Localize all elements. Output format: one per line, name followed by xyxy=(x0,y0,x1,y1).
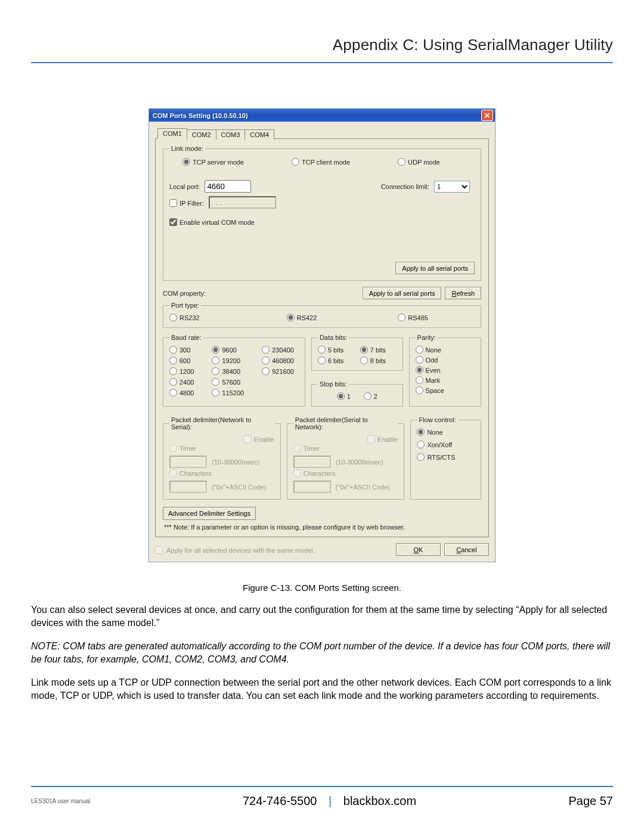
radio-baud-921600[interactable]: 921600 xyxy=(262,366,299,375)
radio-rs232[interactable]: RS232 xyxy=(169,312,200,321)
radio-udp[interactable]: UDP mode xyxy=(398,157,440,166)
footer-divider: | xyxy=(329,794,332,807)
page-footer: LES301A user manual 724-746-5500 | black… xyxy=(31,786,613,808)
ip-filter-check[interactable]: IP Filter: xyxy=(169,198,204,207)
conn-limit-label: Connection limit: xyxy=(381,183,429,190)
dialog-title: COM Ports Setting (10.0.50.10) xyxy=(153,112,248,119)
radio-baud-1200[interactable]: 1200 xyxy=(169,366,199,375)
conn-limit-select[interactable]: 1 xyxy=(434,181,470,193)
radio-flow-xonxoff[interactable]: Xon/Xoff xyxy=(417,439,475,448)
n2s-timer-hint: (10-30000msec) xyxy=(212,459,259,466)
radio-n2s-chars: Characters xyxy=(169,470,212,477)
delim-s2n-legend: Packet delimiter(Serial to Network): xyxy=(293,416,398,431)
data-bits-legend: Data bits: xyxy=(318,334,349,341)
paragraph-2-note: NOTE: COM tabs are generated automatical… xyxy=(31,640,613,665)
radio-s2n-timer: Timer xyxy=(293,445,320,452)
radio-baud-38400[interactable]: 38400 xyxy=(212,366,249,375)
s2n-timer-hint: (10-30000msec) xyxy=(336,459,383,466)
radio-parity-space[interactable]: Space xyxy=(416,385,475,394)
tab-com2[interactable]: COM2 xyxy=(187,129,216,140)
com-property-label: COM property: xyxy=(163,290,363,297)
baud-legend: Baud rate: xyxy=(169,334,203,341)
radio-parity-even[interactable]: Even xyxy=(416,365,475,374)
apply-all-ports-button-2[interactable]: Apply to all serial ports xyxy=(363,287,442,299)
n2s-chars-input xyxy=(169,481,207,493)
page-title: Appendix C: Using SerialManager Utility xyxy=(31,36,613,63)
close-icon[interactable]: ✕ xyxy=(481,110,493,121)
radio-baud-300[interactable]: 300 xyxy=(169,345,199,354)
radio-rs485[interactable]: RS485 xyxy=(398,312,428,321)
missing-param-note: *** Note: If a parameter or an option is… xyxy=(164,524,480,531)
baud-group: Baud rate: 300 9600 230400 600 19200 460… xyxy=(163,334,305,407)
ok-button[interactable]: OK xyxy=(396,543,441,556)
local-port-input[interactable] xyxy=(205,180,251,193)
footer-site: blackbox.com xyxy=(343,794,416,807)
dialog-window: COM Ports Setting (10.0.50.10) ✕ COM1 CO… xyxy=(148,109,496,562)
flow-legend: Flow control: xyxy=(417,416,457,423)
n2s-chars-hint: ("0x"+ASCII Code) xyxy=(212,484,266,491)
paragraph-1: You can also select several devices at o… xyxy=(31,603,613,629)
tab-com1[interactable]: COM1 xyxy=(157,128,187,139)
port-type-group: Port type: RS232 RS422 RS485 xyxy=(163,302,481,328)
link-mode-group: Link mode: TCP server mode TCP client mo… xyxy=(163,145,481,281)
footer-manual-name: LES301A user manual xyxy=(31,798,91,804)
radio-baud-600[interactable]: 600 xyxy=(169,355,199,364)
delim-n2s-legend: Packet delimiter(Network to Serial): xyxy=(169,416,274,431)
radio-baud-19200[interactable]: 19200 xyxy=(212,355,249,364)
delim-s2n-group: Packet delimiter(Serial to Network): Ena… xyxy=(287,416,405,500)
radio-6bits[interactable]: 6 bits xyxy=(318,355,354,364)
parity-group: Parity: None Odd Even Mark Space xyxy=(409,334,481,407)
tab-com4[interactable]: COM4 xyxy=(244,129,274,140)
radio-flow-none[interactable]: None xyxy=(417,427,475,436)
delim-n2s-enable[interactable]: Enable xyxy=(243,434,274,443)
n2s-timer-input xyxy=(169,456,207,468)
radio-flow-rtscts[interactable]: RTS/CTS xyxy=(417,452,475,461)
s2n-chars-input xyxy=(293,481,331,493)
delim-n2s-group: Packet delimiter(Network to Serial): Ena… xyxy=(163,416,281,500)
screenshot-figure: COM Ports Setting (10.0.50.10) ✕ COM1 CO… xyxy=(31,109,613,562)
link-mode-legend: Link mode: xyxy=(169,145,205,152)
radio-baud-460800[interactable]: 460800 xyxy=(262,355,299,364)
radio-baud-2400[interactable]: 2400 xyxy=(169,377,199,386)
parity-legend: Parity: xyxy=(416,334,438,341)
refresh-button[interactable]: Refresh xyxy=(445,287,481,299)
radio-stop-1[interactable]: 1 xyxy=(337,391,351,400)
radio-rs422[interactable]: RS422 xyxy=(287,312,317,321)
advanced-delimiter-button[interactable]: Advanced Delimiter Settings xyxy=(163,507,256,520)
radio-parity-none[interactable]: None xyxy=(416,345,475,354)
ip-filter-input xyxy=(209,196,276,209)
cancel-button[interactable]: Cancel xyxy=(444,543,489,556)
data-bits-group: Data bits: 5 bits 7 bits 6 bits 8 bits xyxy=(311,334,403,371)
radio-baud-9600[interactable]: 9600 xyxy=(212,345,249,354)
titlebar: COM Ports Setting (10.0.50.10) ✕ xyxy=(149,109,495,122)
paragraph-3: Link mode sets up a TCP or UDP connectio… xyxy=(31,676,613,702)
radio-baud-115200[interactable]: 115200 xyxy=(212,388,249,397)
radio-baud-4800[interactable]: 4800 xyxy=(169,388,199,397)
radio-tcp-client[interactable]: TCP client mode xyxy=(292,157,350,166)
s2n-timer-input xyxy=(293,456,331,468)
radio-parity-odd[interactable]: Odd xyxy=(416,355,475,364)
s2n-chars-hint: ("0x"+ASCII Code) xyxy=(336,484,390,491)
tab-com3[interactable]: COM3 xyxy=(216,129,246,140)
port-type-legend: Port type: xyxy=(169,302,201,309)
local-port-label: Local port: xyxy=(169,183,200,190)
delim-s2n-enable[interactable]: Enable xyxy=(367,434,398,443)
radio-8bits[interactable]: 8 bits xyxy=(360,355,397,364)
radio-5bits[interactable]: 5 bits xyxy=(318,345,354,354)
radio-n2s-timer: Timer xyxy=(169,445,196,452)
footer-page-number: Page 57 xyxy=(568,794,613,808)
radio-7bits[interactable]: 7 bits xyxy=(360,345,397,354)
radio-tcp-server[interactable]: TCP server mode xyxy=(182,157,244,166)
radio-stop-2[interactable]: 2 xyxy=(364,391,377,400)
enable-vcom-check[interactable]: Enable virtual COM mode xyxy=(169,217,255,226)
radio-baud-230400[interactable]: 230400 xyxy=(262,345,299,354)
footer-phone: 724-746-5500 xyxy=(243,794,317,807)
radio-s2n-chars: Characters xyxy=(293,470,336,477)
tab-strip: COM1 COM2 COM3 COM4 xyxy=(157,125,489,138)
apply-all-devices-check[interactable]: Apply for all selected devices with the … xyxy=(155,545,315,554)
radio-baud-57600[interactable]: 57600 xyxy=(212,377,249,386)
stop-bits-legend: Stop bits: xyxy=(318,380,349,388)
radio-parity-mark[interactable]: Mark xyxy=(416,375,475,384)
apply-all-ports-button-1[interactable]: Apply to all serial ports xyxy=(395,262,475,274)
stop-bits-group: Stop bits: 1 2 xyxy=(311,380,403,407)
